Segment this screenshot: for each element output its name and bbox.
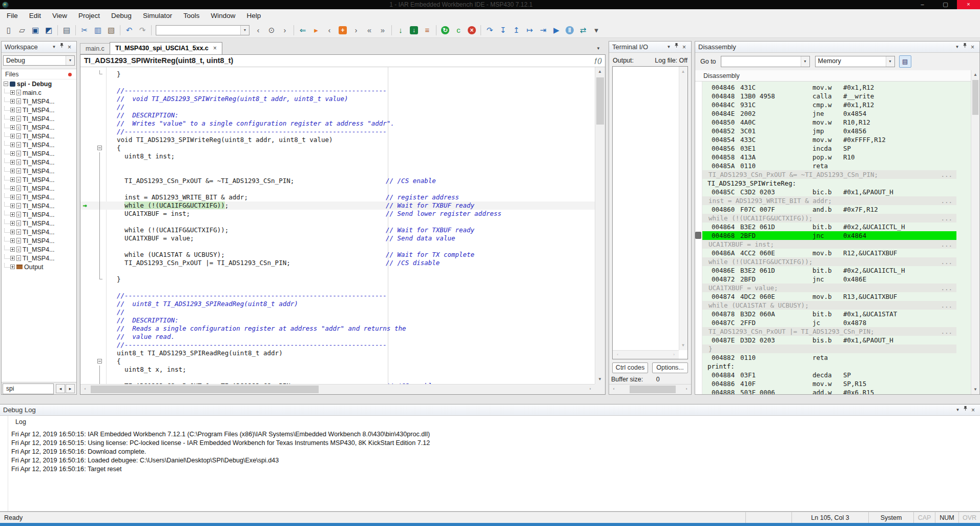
disasm-row[interactable]: 0048523C01jmp0x4856 <box>702 127 971 135</box>
tab-scroll-right-icon[interactable]: ▸ <box>66 384 75 393</box>
code-line[interactable]: UCA1TXBUF = value;// Send data value <box>80 234 595 242</box>
scroll-left-icon[interactable]: ‹ <box>614 351 621 358</box>
disasm-row[interactable]: 004878B3D2 060Abit.b#0x1,&UCA1STAT <box>702 310 971 318</box>
tree-item-ti-msp4-[interactable]: cTI_MSP4... <box>2 132 76 140</box>
code-line[interactable]: //--------------------------------------… <box>80 292 595 300</box>
workspace-pin-icon[interactable] <box>58 42 66 53</box>
expand-icon[interactable] <box>10 265 15 269</box>
workspace-close-icon[interactable]: × <box>66 42 73 53</box>
disassembly-close-icon[interactable]: × <box>969 42 976 53</box>
code-line[interactable]: //--------------------------------------… <box>80 128 595 136</box>
reset-icon[interactable]: ↻ <box>439 24 451 36</box>
terminal-pin-icon[interactable] <box>673 42 680 53</box>
scroll-right-icon[interactable]: › <box>586 385 595 394</box>
tree-item-spi-debug[interactable]: spi - Debug <box>2 79 76 88</box>
disasm-source-row[interactable]: ...inst = ADS1293_WRITE_BIT & addr; <box>702 196 956 205</box>
tree-item-ti-msp4-[interactable]: cTI_MSP4... <box>2 149 76 158</box>
tab-scroll-left-icon[interactable]: ◂ <box>56 384 65 393</box>
ctrl-codes-button[interactable]: Ctrl codes <box>612 362 648 373</box>
undo-icon[interactable]: ↶ <box>123 24 135 36</box>
expand-icon[interactable] <box>10 169 15 173</box>
disasm-row[interactable]: 004864B3E2 061Dbit.b#0x2,&UCA1ICTL_H <box>702 222 971 231</box>
toolbar-dropdown-icon[interactable]: ▾ <box>590 24 602 36</box>
disasm-label-row[interactable]: printf: <box>702 362 971 371</box>
debug-log-close-icon[interactable]: × <box>969 404 977 416</box>
debug-log-pin-icon[interactable] <box>962 404 969 416</box>
chevron-down-icon[interactable]: ▾ <box>66 56 74 65</box>
disasm-row[interactable]: 00485A0110reta <box>702 161 971 170</box>
disasm-row[interactable]: 00484813B0 4958calla#__write <box>702 92 971 100</box>
options-button[interactable]: Options... <box>652 362 688 373</box>
disasm-label-row[interactable]: TI_ADS1293_SPIWriteReg: <box>702 179 971 188</box>
find-next-icon[interactable]: › <box>279 24 291 36</box>
log-line[interactable]: Fri Apr 12, 2019 16:50:15: IAR Embedded … <box>11 430 975 439</box>
tree-item-output[interactable]: Output <box>2 262 76 271</box>
scroll-thumb[interactable] <box>596 77 604 125</box>
disasm-row[interactable]: 00485CC3D2 0203bic.b#0x1,&PAOUT_H <box>702 188 971 196</box>
tree-item-ti-msp4-[interactable]: cTI_MSP4... <box>2 123 76 132</box>
menu-view[interactable]: View <box>47 9 73 23</box>
previous-bookmark-icon[interactable]: ‹ <box>323 24 336 36</box>
disasm-row[interactable]: 0048744DC2 060Emov.bR13,&UCA1TXBUF <box>702 292 971 301</box>
disasm-row[interactable]: 0048820110reta <box>702 353 971 362</box>
chevron-down-icon[interactable]: ▾ <box>240 26 249 35</box>
expand-icon[interactable] <box>10 230 15 234</box>
disasm-row[interactable]: 004860F07C 007Fand.b#0x7F,R12 <box>702 205 971 214</box>
tree-item-ti-msp4-[interactable]: cTI_MSP4... <box>2 106 76 114</box>
code-line[interactable]: // value read. <box>80 333 595 341</box>
disasm-row[interactable]: 0048504A0Cmov.wR10,R12 <box>702 118 971 127</box>
code-line[interactable]: // <box>80 308 595 316</box>
code-line[interactable]: } <box>80 275 595 284</box>
expand-icon[interactable] <box>10 116 15 121</box>
download-and-debug-icon[interactable]: ↓ <box>408 24 420 36</box>
fold-collapse-icon[interactable] <box>97 359 102 363</box>
cut-icon[interactable]: ✂ <box>78 24 91 36</box>
disasm-row[interactable]: 004846431Cmov.w#0x1,R12 <box>702 83 971 92</box>
scroll-left-icon[interactable]: ‹ <box>609 385 618 394</box>
tree-item-ti-msp4-[interactable]: cTI_MSP4... <box>2 219 76 228</box>
disasm-row[interactable]: 0048722BFDjnc0x486E <box>702 275 971 284</box>
tree-item-ti-msp4-[interactable]: cTI_MSP4... <box>2 184 76 193</box>
code-line[interactable]: // DESCRIPTION: <box>80 316 595 325</box>
scroll-thumb[interactable] <box>630 386 676 393</box>
disasm-row[interactable]: 00485603E1incdaSP <box>702 144 971 153</box>
scroll-right-icon[interactable]: › <box>670 351 678 358</box>
tab-close-icon[interactable]: × <box>213 45 217 52</box>
tree-item-ti-msp4-[interactable]: cTI_MSP4... <box>2 210 76 219</box>
disasm-source-row[interactable]: ...UCA1TXBUF = inst; <box>702 240 956 249</box>
disasm-source-row[interactable]: ...while (!(UCA1IFG&UCTXIFG)); <box>702 257 956 266</box>
toggle-bookmark-icon[interactable]: + <box>337 24 349 36</box>
expand-icon[interactable] <box>10 247 15 252</box>
new-document-icon[interactable]: ▯ <box>3 24 15 36</box>
expand-icon[interactable] <box>10 134 15 138</box>
workspace-tab-spi[interactable]: spi <box>3 383 54 394</box>
chevron-down-icon[interactable]: ▾ <box>801 56 809 67</box>
next-bookmark-icon[interactable]: › <box>350 24 362 36</box>
expand-icon[interactable] <box>10 143 15 147</box>
code-line[interactable]: { <box>80 357 595 366</box>
disasm-row-current[interactable]: 0048682BFDjnc0x4864 <box>702 231 956 240</box>
goto-bracket-back-icon[interactable]: « <box>363 24 376 36</box>
files-column-header[interactable]: Files <box>2 69 76 79</box>
print-icon[interactable]: ▤ <box>60 24 73 36</box>
configuration-combobox[interactable]: Debug ▾ <box>3 55 75 66</box>
code-line[interactable]: TI_ADS1293_CSn_PxOUT &= ~TI_ADS1293_CSn_… <box>80 177 595 185</box>
tree-item-ti-msp4-[interactable]: cTI_MSP4... <box>2 201 76 210</box>
copy-icon[interactable]: ▥ <box>92 24 104 36</box>
disassembly-pin-icon[interactable] <box>961 42 969 53</box>
expand-icon[interactable] <box>10 204 15 208</box>
terminal-horizontal-scrollbar[interactable]: ‹ › <box>609 384 691 394</box>
code-line[interactable]: // Reads a single configuration register… <box>80 325 595 333</box>
tree-item-ti-msp4-[interactable]: cTI_MSP4... <box>2 167 76 175</box>
expand-icon[interactable] <box>10 125 15 130</box>
code-view-toggle-button[interactable]: ▤ <box>899 55 911 68</box>
disasm-source-row[interactable]: ...TI_ADS1293_CSn_PxOUT &= ~TI_ADS1293_C… <box>702 170 956 179</box>
tab-list-dropdown-icon[interactable]: ▼ <box>593 44 603 53</box>
disasm-row[interactable]: 00484C931Ccmp.w#0x1,R12 <box>702 100 971 109</box>
scroll-down-icon[interactable]: ▼ <box>595 375 604 384</box>
tree-item-ti-msp4-[interactable]: cTI_MSP4... <box>2 140 76 149</box>
code-line[interactable]: uint8_t TI_ADS1293_SPIReadReg(uint8_t ad… <box>80 349 595 357</box>
c-spy-icon[interactable]: c <box>452 24 465 36</box>
disasm-row[interactable]: 00484E2002jne0x4854 <box>702 109 971 118</box>
scroll-up-icon[interactable]: ▲ <box>679 68 687 75</box>
